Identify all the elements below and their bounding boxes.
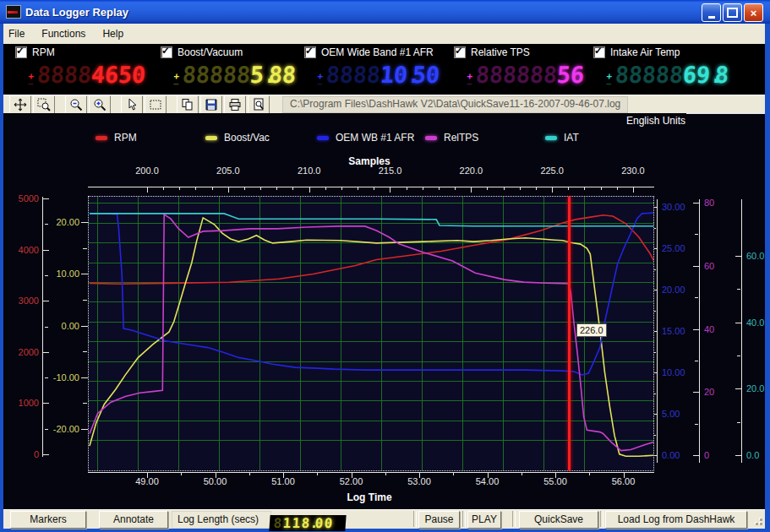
- sensor-4: Relative TPS+−88888856: [454, 46, 584, 88]
- tps-minor-tick: [695, 234, 698, 235]
- legend-item-2: Boost/Vac: [205, 132, 270, 144]
- iat-minor-tick: [737, 289, 740, 290]
- checkbox-5[interactable]: [593, 46, 605, 58]
- load-log-button[interactable]: Load Log from DashHawk: [605, 511, 747, 529]
- iat-tick: [735, 388, 741, 389]
- menu-item-help[interactable]: Help: [94, 25, 132, 42]
- cursor-arrow-tool-button[interactable]: [121, 95, 143, 114]
- sensor-checkbox-row: OEM Wide Band #1 AFR: [304, 46, 440, 58]
- menu-item-file[interactable]: File: [0, 25, 33, 42]
- print-tool-button[interactable]: [224, 95, 246, 114]
- samples-minor-tick: [374, 187, 374, 190]
- window-border-right: [765, 24, 770, 532]
- select-rect-tool-button[interactable]: [145, 95, 167, 114]
- resize-grip[interactable]: [752, 515, 762, 525]
- legend-swatch: [317, 136, 329, 140]
- boost-tick-label: -20.00: [53, 424, 79, 434]
- plot-area[interactable]: 226.0: [88, 196, 654, 471]
- copy-tool-button[interactable]: [177, 95, 199, 114]
- markers-button[interactable]: Markers: [10, 511, 86, 529]
- rpm-tick: [43, 250, 49, 251]
- tps-minor-tick: [695, 361, 698, 361]
- samples-tick-label: 220.0: [460, 166, 483, 176]
- annotate-button[interactable]: Annotate: [99, 511, 168, 529]
- print-preview-icon: [252, 98, 265, 111]
- samples-minor-tick: [601, 187, 602, 190]
- close-button[interactable]: ×: [744, 3, 763, 22]
- zoom-out-icon: [69, 98, 83, 111]
- copy-icon: [181, 98, 194, 111]
- tps-tick: [693, 392, 699, 393]
- zoom-out-tool-button[interactable]: [65, 95, 87, 114]
- title-bar[interactable]: Data Logger Replay ×: [0, 0, 770, 24]
- samples-minor-tick: [536, 187, 537, 190]
- rpm-tick-label: 4000: [19, 245, 39, 255]
- samples-tick: [471, 187, 472, 193]
- checkbox-3[interactable]: [304, 46, 316, 58]
- samples-tick-label: 215.0: [379, 166, 402, 176]
- boost-minor-tick: [83, 300, 87, 301]
- samples-minor-tick: [584, 187, 585, 190]
- tps-tick: [693, 266, 699, 267]
- legend-swatch: [96, 136, 107, 140]
- quicksave-button[interactable]: QuickSave: [519, 511, 598, 529]
- afr-axis-line: [657, 199, 658, 463]
- samples-minor-tick: [439, 187, 440, 190]
- maximize-icon: [727, 8, 738, 18]
- legend-label: OEM WB #1 AFR: [336, 132, 414, 144]
- rpm-minor-tick: [45, 275, 48, 276]
- boost-tick: [81, 326, 88, 327]
- logtime-minor-tick: [453, 472, 454, 475]
- sensor-label: Relative TPS: [471, 46, 530, 58]
- samples-minor-tick: [163, 187, 164, 190]
- samples-minor-tick: [276, 187, 277, 190]
- samples-tick-label: 210.0: [298, 166, 321, 176]
- zoom-in-tool-button[interactable]: [89, 95, 111, 114]
- logtime-tick: [624, 472, 625, 478]
- maximize-button[interactable]: [723, 3, 742, 22]
- pause-button[interactable]: Pause: [418, 511, 460, 529]
- iat-tick: [735, 256, 741, 257]
- samples-minor-tick: [195, 187, 196, 190]
- samples-minor-tick: [568, 187, 569, 190]
- log-length-label: Log Length (secs): [172, 511, 271, 529]
- play-button[interactable]: PLAY: [467, 511, 501, 529]
- logtime-minor-tick: [181, 472, 182, 475]
- zoom-window-tool-button[interactable]: [33, 95, 55, 114]
- legend-label: Boost/Vac: [224, 132, 270, 144]
- boost-tick: [81, 429, 88, 430]
- minimize-button[interactable]: [702, 3, 721, 22]
- samples-tick-label: 200.0: [135, 166, 159, 176]
- save-icon: [205, 98, 218, 111]
- led-digit: 0: [425, 62, 440, 88]
- rpm-tick-label: 2000: [19, 347, 39, 357]
- pan-tool-button[interactable]: [9, 95, 31, 114]
- boost-minor-tick: [83, 248, 87, 249]
- tps-tick-label: 60: [704, 261, 714, 271]
- tps-tick-label: 0: [704, 450, 709, 460]
- iat-minor-tick: [737, 422, 740, 423]
- samples-minor-tick: [325, 187, 326, 190]
- tps-minor-tick: [695, 297, 698, 298]
- cursor-line[interactable]: [568, 197, 571, 470]
- legend-swatch: [425, 136, 437, 140]
- led-digit: 0: [131, 62, 146, 88]
- checkbox-4[interactable]: [454, 46, 466, 58]
- checkbox-1[interactable]: [15, 46, 27, 58]
- checkbox-2[interactable]: [161, 46, 172, 58]
- logtime-tick: [147, 472, 148, 478]
- rpm-tick: [43, 352, 49, 353]
- sign-indicator: +−: [465, 73, 474, 88]
- rpm-tick: [43, 454, 49, 455]
- afr-tick-label: 15.00: [662, 326, 685, 336]
- print-preview-tool-button[interactable]: [248, 95, 270, 114]
- legend-swatch: [545, 136, 557, 140]
- separator: [600, 511, 603, 527]
- samples-tick: [228, 187, 229, 193]
- tps-tick: [693, 203, 699, 204]
- menu-item-functions[interactable]: Functions: [33, 25, 94, 42]
- samples-tick: [147, 187, 148, 193]
- bottom-axis-line: [88, 472, 654, 473]
- sensor-checkbox-row: Boost/Vacuum: [161, 46, 296, 58]
- save-tool-button[interactable]: [200, 95, 222, 114]
